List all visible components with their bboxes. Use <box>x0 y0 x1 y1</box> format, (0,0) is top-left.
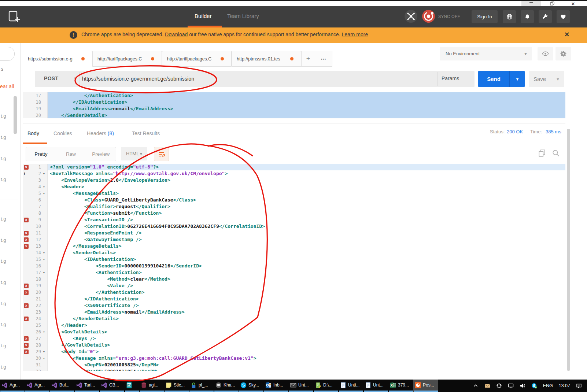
code-line[interactable]: 21 </IDAuthentication> <box>23 296 565 302</box>
code-line[interactable]: 3 <EnvelopeVersion>2.0</EnvelopeVersion> <box>23 177 565 184</box>
taskbar-app-button[interactable]: Unt... <box>289 380 314 392</box>
search-response-button[interactable] <box>552 149 561 158</box>
sync-button[interactable] <box>422 10 435 23</box>
taskbar-app-button[interactable]: Tari... <box>75 380 100 392</box>
code-line[interactable]: 6 <Class>GUARD_GetLibertyBankCase</Class… <box>23 197 565 203</box>
sign-in-button[interactable]: Sign In <box>472 10 498 23</box>
code-line[interactable]: 18 </IDAuthentication> <box>23 99 565 106</box>
code-line[interactable]: 14▾ <SenderDetails> <box>23 249 565 256</box>
history-item[interactable]: t.g <box>1 177 6 182</box>
code-line[interactable]: 17▾ <Authentication> <box>23 269 565 276</box>
response-tab-test-results[interactable]: Test Results <box>132 130 160 136</box>
time-value[interactable]: 385 ms <box>546 129 561 134</box>
code-line[interactable]: 17 </Authentication> <box>23 92 565 99</box>
code-line[interactable]: 31 <DepPN>02001005825</DepPN> <box>23 362 565 368</box>
taskbar-app-button[interactable]: Agr... <box>25 380 50 392</box>
request-body-editor[interactable]: 17 </Authentication>18 </IDAuthenticatio… <box>23 92 565 118</box>
code-line[interactable]: 5▾ <MessageDetails> <box>23 190 565 197</box>
code-line[interactable]: 26▾ <GovTalkDetails> <box>23 329 565 335</box>
taskbar-app-button[interactable]: WS <box>125 380 139 392</box>
copy-button[interactable] <box>538 149 547 158</box>
settings-button[interactable] <box>539 10 552 23</box>
code-line[interactable]: ×24 </SenderDetails> <box>23 315 565 322</box>
url-input[interactable]: https://submission.e-government.ge/submi… <box>82 76 194 82</box>
fold-toggle-icon[interactable]: ▾ <box>41 329 47 335</box>
code-line[interactable]: ×12 <GatewayTimestamp /> <box>23 236 565 243</box>
download-link[interactable]: Download <box>165 32 188 37</box>
code-line[interactable]: 23 <EmailAddress>nomail</EmailAddress> <box>23 309 565 315</box>
code-line[interactable]: ×29▾ <Body Id="0"> <box>23 348 565 355</box>
params-button[interactable]: Params <box>442 75 459 81</box>
response-scrollbar[interactable] <box>567 129 570 371</box>
taskbar-app-button[interactable]: Stic... <box>164 380 189 392</box>
history-item[interactable]: t.g <box>1 156 6 161</box>
code-line[interactable]: 32 <ResPN>58001011054</ResPN> <box>23 368 565 371</box>
method-select[interactable]: POST <box>44 75 58 81</box>
history-item[interactable]: t.g <box>1 237 6 243</box>
fold-toggle-icon[interactable]: ▾ <box>41 170 47 177</box>
taskbar-app-button[interactable]: Unti... <box>339 380 363 392</box>
response-tab-body[interactable]: Body <box>27 130 39 136</box>
code-line[interactable]: ×1<?xml version="1.0" encoding="utf-8"?> <box>23 164 565 170</box>
history-item[interactable]: t.g <box>1 301 6 306</box>
more-tabs-button[interactable]: ••• <box>315 51 332 67</box>
banner-close-button[interactable]: ✕ <box>564 31 569 38</box>
tab-team-library[interactable]: Team Library <box>227 13 259 19</box>
history-item[interactable]: t.g <box>1 134 6 140</box>
clock[interactable]: 13:07 <box>559 383 570 388</box>
history-item[interactable]: t.g <box>1 322 6 327</box>
code-line[interactable]: ×22 <X509Certificate /> <box>23 302 565 309</box>
tab-builder[interactable]: Builder <box>195 13 212 19</box>
fold-toggle-icon[interactable]: ▾ <box>41 355 47 362</box>
skype-tray-icon[interactable]: S <box>529 381 539 391</box>
taskbar-app-button[interactable]: X379... <box>388 380 413 392</box>
format-select[interactable]: HTML ▼ <box>121 147 147 160</box>
taskbar-app-button[interactable]: pl_... <box>189 380 214 392</box>
notifications-button[interactable] <box>521 10 534 23</box>
taskbar-app-button[interactable]: Unt... <box>363 380 388 392</box>
sidebar-search-input[interactable] <box>0 47 15 61</box>
fold-toggle-icon[interactable]: ▾ <box>41 184 47 190</box>
environment-preview-button[interactable] <box>538 47 553 60</box>
taskbar-app-button[interactable]: D:\... <box>314 380 339 392</box>
code-line[interactable]: 10 <CorrelationID>062726E416694F0C95DAA7… <box>23 223 565 230</box>
fold-toggle-icon[interactable]: ▾ <box>41 348 47 355</box>
history-item[interactable]: t.g <box>1 258 6 264</box>
pinwheel-icon[interactable] <box>494 381 504 391</box>
chevron-up-icon[interactable] <box>471 381 480 391</box>
environment-select[interactable]: No Environment ▼ <box>440 47 532 60</box>
history-item[interactable]: t.g <box>1 343 6 348</box>
code-line[interactable]: ×28 </GovTalkDetails> <box>23 342 565 348</box>
code-line[interactable]: i2▾<GovTalkMessage xmlns="http://www.gov… <box>23 170 565 177</box>
history-item[interactable]: t.g <box>1 113 6 119</box>
taskbar-app-button[interactable]: CB... <box>100 380 125 392</box>
environment-settings-button[interactable] <box>555 47 571 60</box>
code-line[interactable]: 20 </SenderDetails> <box>23 112 565 118</box>
fold-toggle-icon[interactable]: ▾ <box>41 269 47 276</box>
mail-tray-icon[interactable] <box>483 381 492 391</box>
wrap-text-button[interactable] <box>154 147 169 161</box>
history-item[interactable]: t.g <box>1 364 6 370</box>
new-tab-button[interactable] <box>7 10 22 24</box>
code-line[interactable]: 18 <Method>clear</Method> <box>23 276 565 282</box>
code-line[interactable]: ×11 <ResponseEndPoint /> <box>23 230 565 236</box>
clear-all-link[interactable]: ear all <box>0 84 14 89</box>
response-tab-headers[interactable]: Headers (8) <box>87 130 114 136</box>
history-item[interactable]: t.g <box>1 216 6 222</box>
action-center-icon[interactable] <box>574 381 584 391</box>
code-line[interactable]: 19 <EmailAddress>nomail</EmailAddress> <box>23 106 565 112</box>
interceptor-button[interactable] <box>405 10 417 23</box>
display-icon[interactable] <box>506 381 516 391</box>
code-line[interactable]: ×13 </MessageDetails> <box>23 243 565 249</box>
code-line[interactable]: ×27 <Keys /> <box>23 335 565 342</box>
fold-toggle-icon[interactable]: ▾ <box>41 256 47 263</box>
save-button[interactable]: Save ▼ <box>529 71 564 87</box>
code-line[interactable]: 8 <Function>submit</Function> <box>23 210 565 217</box>
favorites-button[interactable] <box>557 10 570 23</box>
code-line[interactable]: ×19 <Value /> <box>23 282 565 289</box>
code-line[interactable]: 16 <SenderID>0000001399104216</SenderID> <box>23 263 565 269</box>
request-tab[interactable]: http://tariffpackages.C <box>162 51 232 67</box>
sidebar-scrollbar[interactable] <box>14 96 17 134</box>
history-item[interactable]: t.g <box>1 280 6 285</box>
send-options-button[interactable]: ▼ <box>509 71 525 87</box>
